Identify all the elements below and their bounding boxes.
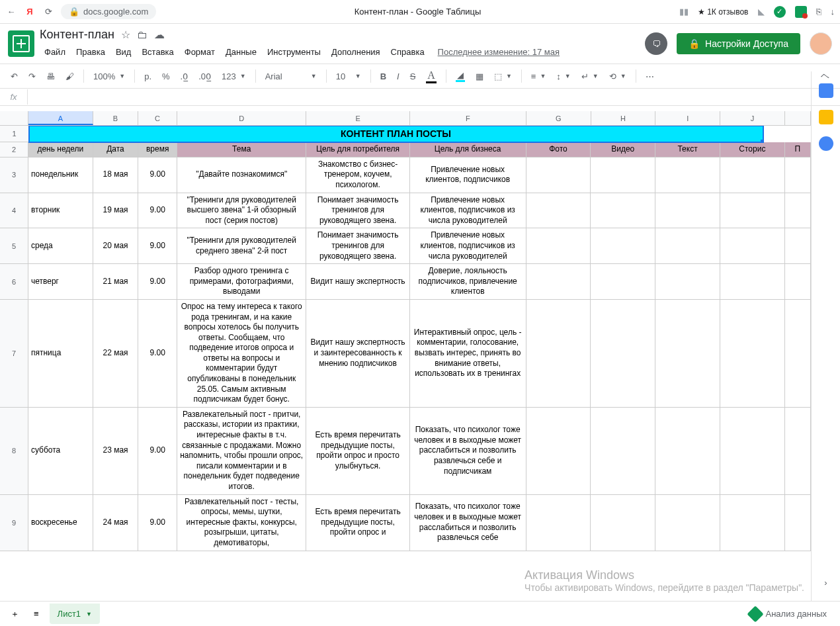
cell-time[interactable]: 9.00 bbox=[138, 193, 177, 229]
hdr-date[interactable]: Дата bbox=[93, 142, 139, 157]
text-color-button[interactable]: A bbox=[422, 67, 441, 86]
undo-icon[interactable]: ↶ bbox=[7, 69, 22, 84]
cell-time[interactable]: 9.00 bbox=[138, 408, 177, 495]
cell-photo[interactable] bbox=[526, 264, 591, 300]
row-header[interactable]: 8 bbox=[0, 408, 28, 495]
cell-photo[interactable] bbox=[526, 193, 591, 229]
hdr-consumer[interactable]: Цель для потребителя bbox=[306, 142, 409, 157]
cell-stories[interactable] bbox=[720, 264, 785, 300]
cell-consumer[interactable]: Есть время перечитать предыдущие посты, … bbox=[306, 408, 409, 495]
sheets-logo-icon[interactable] bbox=[8, 30, 34, 57]
cell-business[interactable]: Привлечение новых клиентов, подписчиков … bbox=[410, 193, 526, 229]
explore-button[interactable]: Анализ данных bbox=[743, 604, 833, 624]
cell-video[interactable] bbox=[591, 300, 655, 408]
comments-button[interactable]: 🗨 bbox=[645, 32, 667, 55]
cloud-icon[interactable]: ☁ bbox=[154, 28, 165, 41]
row-header[interactable]: 3 bbox=[0, 157, 28, 193]
number-format-select[interactable]: 123▼ bbox=[218, 69, 250, 84]
row-header[interactable]: 2 bbox=[0, 142, 28, 157]
col-header-C[interactable]: C bbox=[138, 111, 177, 125]
paint-format-icon[interactable]: 🖌 bbox=[62, 69, 78, 84]
dec-decrease-button[interactable]: .0̲ bbox=[177, 69, 192, 84]
cell-business[interactable]: Показать, что психолог тоже человек и в … bbox=[410, 408, 526, 495]
cell-overflow[interactable] bbox=[785, 495, 811, 551]
zoom-select[interactable]: 100%▼ bbox=[89, 69, 129, 84]
cell-topic[interactable]: "Тренинги для руководителей высшего звен… bbox=[177, 193, 306, 229]
cell-date[interactable]: 23 мая bbox=[93, 408, 139, 495]
hdr-text[interactable]: Текст bbox=[655, 142, 720, 157]
collapse-rail-icon[interactable]: › bbox=[824, 578, 827, 588]
strike-button[interactable]: S bbox=[406, 69, 420, 84]
menu-addons[interactable]: Дополнения bbox=[327, 44, 385, 60]
font-select[interactable]: Arial▼ bbox=[261, 69, 321, 84]
title-cell[interactable]: КОНТЕНТ ПЛАН ПОСТЫ bbox=[29, 126, 763, 142]
cell-stories[interactable] bbox=[720, 408, 785, 495]
merge-button[interactable]: ⬚▼ bbox=[490, 69, 516, 84]
hdr-day[interactable]: день недели bbox=[28, 142, 93, 157]
cell-photo[interactable] bbox=[526, 157, 591, 193]
menu-data[interactable]: Данные bbox=[221, 44, 261, 60]
yandex-icon[interactable]: Я bbox=[24, 6, 36, 18]
row-header[interactable]: 1 bbox=[0, 126, 29, 142]
col-header-I[interactable]: I bbox=[655, 111, 720, 125]
menu-help[interactable]: Справка bbox=[386, 44, 429, 60]
cell-day[interactable]: пятница bbox=[28, 300, 93, 408]
cell-time[interactable]: 9.00 bbox=[138, 495, 177, 551]
cell-video[interactable] bbox=[591, 228, 655, 264]
cell-photo[interactable] bbox=[526, 228, 591, 264]
cell-date[interactable]: 22 мая bbox=[93, 300, 139, 408]
cell-business[interactable]: Привлечение новых клиентов, подписчиков bbox=[410, 157, 526, 193]
stats-icon[interactable]: ▮▮ bbox=[679, 7, 689, 17]
row-header[interactable]: 9 bbox=[0, 495, 28, 551]
reviews-badge[interactable]: ★ 1К отзывов bbox=[698, 7, 749, 17]
menu-insert[interactable]: Вставка bbox=[137, 44, 178, 60]
cell-stories[interactable] bbox=[720, 228, 785, 264]
hdr-overflow[interactable]: П bbox=[785, 142, 811, 157]
menu-format[interactable]: Формат bbox=[180, 44, 220, 60]
cell-topic[interactable]: "Давайте познакомимся" bbox=[177, 157, 306, 193]
cell-overflow[interactable] bbox=[785, 300, 811, 408]
col-header-G[interactable]: G bbox=[526, 111, 591, 125]
cell-time[interactable]: 9.00 bbox=[138, 157, 177, 193]
cell-consumer[interactable]: Понимает значимость тренингов для руково… bbox=[306, 228, 409, 264]
col-header-D[interactable]: D bbox=[177, 111, 307, 125]
redo-icon[interactable]: ↷ bbox=[24, 69, 40, 84]
cell-text[interactable] bbox=[655, 264, 720, 300]
cell-business[interactable]: Показать, что психолог тоже человек и в … bbox=[410, 495, 526, 551]
cell-day[interactable]: суббота bbox=[28, 408, 93, 495]
cell-overflow[interactable] bbox=[785, 408, 811, 495]
star-icon[interactable]: ☆ bbox=[121, 28, 130, 41]
cell-video[interactable] bbox=[591, 157, 655, 193]
cell-business[interactable]: Интерактивный опрос, цель - комментарии,… bbox=[410, 300, 526, 408]
cell-video[interactable] bbox=[591, 264, 655, 300]
cell-consumer[interactable]: Знакомство с бизнес-тренером, коучем, пс… bbox=[306, 157, 409, 193]
cell-stories[interactable] bbox=[720, 495, 785, 551]
cell-date[interactable]: 24 мая bbox=[93, 495, 139, 551]
cell-business[interactable]: Доверие, лояльность подписчиков, привлеч… bbox=[410, 264, 526, 300]
font-size-select[interactable]: 10▼ bbox=[332, 69, 365, 84]
doc-title[interactable]: Контент-план bbox=[40, 28, 114, 42]
currency-button[interactable]: р. bbox=[140, 69, 155, 84]
cell-date[interactable]: 18 мая bbox=[93, 157, 139, 193]
cell-overflow[interactable] bbox=[785, 157, 811, 193]
cell-stories[interactable] bbox=[720, 157, 785, 193]
cell-topic[interactable]: "Тренинги для руководителей среднего зве… bbox=[177, 228, 306, 264]
cell-consumer[interactable]: Видит нашу экспертность и заинтересованн… bbox=[306, 300, 409, 408]
hdr-topic[interactable]: Тема bbox=[177, 142, 306, 157]
col-header-B[interactable]: B bbox=[93, 111, 138, 125]
cell-day[interactable]: четверг bbox=[28, 264, 93, 300]
col-header-J[interactable]: J bbox=[720, 111, 785, 125]
cell-overflow[interactable] bbox=[785, 264, 811, 300]
cell-overflow[interactable] bbox=[785, 228, 811, 264]
all-sheets-button[interactable]: ≡ bbox=[30, 606, 43, 621]
halign-button[interactable]: ≡▼ bbox=[527, 69, 550, 84]
print-icon[interactable]: 🖶 bbox=[42, 69, 59, 84]
cell-text[interactable] bbox=[655, 300, 720, 408]
url-box[interactable]: 🔒 docs.google.com bbox=[61, 4, 156, 19]
back-icon[interactable]: ← bbox=[5, 6, 17, 18]
cell-stories[interactable] bbox=[720, 300, 785, 408]
reload-icon[interactable]: ⟳ bbox=[42, 6, 54, 18]
dec-increase-button[interactable]: .00̲ bbox=[194, 69, 215, 84]
cell-topic[interactable]: Разбор одного тренинга с примерами, фото… bbox=[177, 264, 306, 300]
add-sheet-button[interactable]: ＋ bbox=[7, 605, 23, 623]
